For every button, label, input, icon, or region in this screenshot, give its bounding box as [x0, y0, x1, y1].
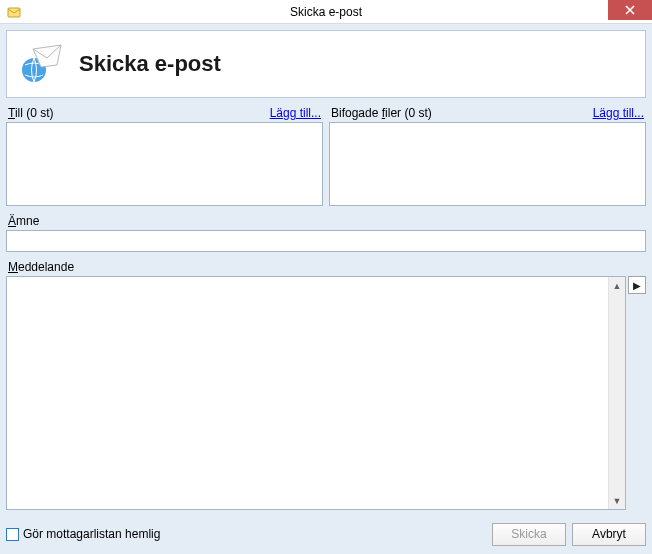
recipients-add-link[interactable]: Lägg till... — [270, 106, 321, 120]
header-panel: Skicka e-post — [6, 30, 646, 98]
hide-recipients-label: Gör mottagarlistan hemlig — [23, 527, 160, 541]
close-button[interactable] — [608, 0, 652, 20]
window-title: Skicka e-post — [0, 5, 652, 19]
subject-label: Ämne — [8, 214, 39, 228]
recipients-listbox[interactable] — [6, 122, 323, 206]
message-box: ▲ ▼ — [6, 276, 626, 510]
scroll-down-icon[interactable]: ▼ — [609, 492, 625, 509]
titlebar: Skicka e-post — [0, 0, 652, 24]
footer: Gör mottagarlistan hemlig Skicka Avbryt — [6, 520, 646, 548]
attachments-add-link[interactable]: Lägg till... — [593, 106, 644, 120]
mail-globe-icon — [17, 41, 65, 88]
subject-input[interactable] — [6, 230, 646, 252]
recipients-section: Till (0 st) Lägg till... — [6, 106, 323, 206]
message-label: Meddelande — [8, 260, 74, 274]
subject-section: Ämne — [6, 214, 646, 252]
app-icon — [6, 4, 22, 20]
message-scrollbar[interactable]: ▲ ▼ — [608, 277, 625, 509]
scroll-up-icon[interactable]: ▲ — [609, 277, 625, 294]
attachments-label: Bifogade filer (0 st) — [331, 106, 432, 120]
cancel-button[interactable]: Avbryt — [572, 523, 646, 546]
attachments-listbox[interactable] — [329, 122, 646, 206]
attachments-section: Bifogade filer (0 st) Lägg till... — [329, 106, 646, 206]
message-expand-button[interactable]: ▶ — [628, 276, 646, 294]
hide-recipients-checkbox[interactable]: Gör mottagarlistan hemlig — [6, 527, 160, 541]
message-section: Meddelande ▲ ▼ ▶ — [6, 260, 646, 510]
message-textarea[interactable] — [7, 277, 608, 509]
header-title: Skicka e-post — [79, 51, 221, 77]
send-button[interactable]: Skicka — [492, 523, 566, 546]
dialog-content: Skicka e-post Till (0 st) Lägg till... B… — [0, 24, 652, 554]
recipients-label: Till (0 st) — [8, 106, 54, 120]
checkbox-box-icon — [6, 528, 19, 541]
